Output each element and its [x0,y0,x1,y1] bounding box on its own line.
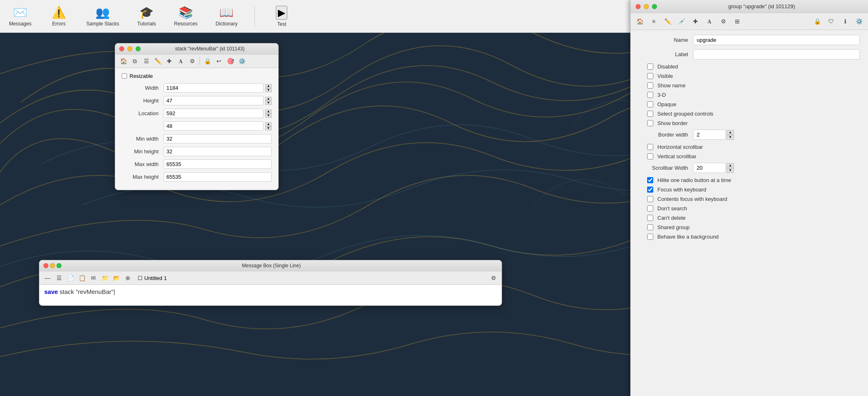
width-input[interactable] [164,83,264,93]
border-width-down[interactable]: ▼ [727,135,734,140]
show-name-checkbox[interactable] [647,82,653,89]
props-tool-plus[interactable]: ✚ [690,16,701,27]
msg-tool-file[interactable]: 📁 [100,273,110,283]
height-stepper-up[interactable]: ▲ [265,97,272,101]
stack-window-maximize[interactable] [136,46,141,51]
resources-icon: 📚 [179,6,193,19]
message-command-word: save [44,288,58,295]
hilite-radio-checkbox[interactable] [647,177,653,183]
message-box-maximize[interactable] [57,263,61,268]
toolbar-messages-label: Messages [9,21,32,27]
stack-tool-settings[interactable]: ⚙ [187,56,197,66]
stack-tool-lock[interactable]: 🔒 [202,56,212,66]
props-tool-home[interactable]: 🏠 [634,16,645,27]
toolbar-sample-stacks[interactable]: 👥 Sample Stacks [82,3,124,29]
stack-tool-gear[interactable]: ⚙️ [237,56,247,66]
msg-tool-settings[interactable]: ⚙ [489,273,498,283]
stack-tool-plus[interactable]: ✚ [164,56,174,66]
stack-tool-home[interactable]: 🏠 [118,56,128,66]
focus-keyboard-label: Focus with keyboard [657,187,706,193]
height-input[interactable] [164,96,264,105]
toolbar-tutorials[interactable]: 🎓 Tutorials [132,3,161,29]
width-stepper-down[interactable]: ▼ [265,88,272,92]
props-tool-eyedrop[interactable]: 💉 [676,16,687,27]
scrollbar-width-up[interactable]: ▲ [727,163,734,168]
opaque-checkbox[interactable] [647,101,653,107]
shared-group-checkbox[interactable] [647,224,653,230]
resizable-checkbox-label[interactable]: Resizable [122,73,153,79]
select-grouped-label: Select grouped controls [657,111,713,117]
props-tool-lock[interactable]: 🔒 [811,16,823,27]
behave-background-checkbox[interactable] [647,234,653,240]
stack-tool-target[interactable]: 🎯 [225,56,235,66]
name-field-input[interactable] [693,35,860,45]
props-tool-gear[interactable]: ⚙️ [853,16,865,27]
focus-keyboard-checkbox[interactable] [647,187,653,193]
message-box-close[interactable] [43,263,48,268]
location-x-stepper-up[interactable]: ▲ [265,109,272,114]
max-width-label: Max width [122,161,159,167]
stack-tool-text[interactable]: 𝐀 [176,56,186,66]
disabled-checkbox[interactable] [647,64,653,70]
toolbar-messages[interactable]: ✉️ Messages [4,3,36,29]
location-x-stepper-down[interactable]: ▼ [265,114,272,118]
msg-tool-mail[interactable]: ✉ [89,273,98,283]
vert-scroll-checkbox[interactable] [647,153,653,159]
props-close[interactable] [636,4,641,9]
msg-tool-file2[interactable]: 📂 [111,273,121,283]
toolbar-resources[interactable]: 📚 Resources [169,3,202,29]
props-tool-grid[interactable]: ⊞ [732,16,743,27]
msg-tool-list[interactable]: ☰ [54,273,64,283]
props-tool-text[interactable]: ≡ [648,16,659,27]
scrollbar-width-down[interactable]: ▼ [727,168,734,173]
select-grouped-checkbox[interactable] [647,111,653,117]
msg-tool-copy[interactable]: ⊕ [123,273,133,283]
location-y-input[interactable] [164,121,264,131]
props-tool-settings[interactable]: ⚙ [718,16,729,27]
visible-checkbox[interactable] [647,73,653,79]
msg-tool-minus[interactable]: — [43,273,52,283]
min-height-input[interactable] [164,147,272,156]
scrollbar-width-input[interactable] [693,163,726,173]
msg-tool-doc2[interactable]: 📋 [77,273,87,283]
message-input-area[interactable]: save stack "revMenuBar"| [39,285,502,305]
msg-tool-doc[interactable]: 📄 [66,273,75,283]
stack-tool-undo[interactable]: ↩ [214,56,224,66]
location-y-stepper-up[interactable]: ▲ [265,122,272,126]
border-width-input[interactable] [693,130,726,140]
contents-focus-checkbox[interactable] [647,196,653,202]
stack-window-close[interactable] [119,46,124,51]
width-stepper-up[interactable]: ▲ [265,84,272,88]
stack-tool-copy[interactable]: ⧉ [130,56,140,66]
dont-search-checkbox[interactable] [647,205,653,212]
location-x-input[interactable] [164,109,264,118]
stack-tool-layers[interactable]: ☰ [141,56,151,66]
toolbar-dictionary[interactable]: 📖 Dictionary [211,3,242,29]
props-tool-font[interactable]: 𝐀 [704,16,715,27]
stack-tool-edit[interactable]: ✏️ [153,56,163,66]
props-tool-info[interactable]: ℹ [839,16,851,27]
props-minimize[interactable] [644,4,649,9]
resizable-checkbox[interactable] [122,73,127,79]
props-maximize[interactable] [652,4,657,9]
vert-scroll-label: Vertical scrollbar [657,153,696,159]
3d-checkbox[interactable] [647,92,653,98]
stack-window-minimize[interactable] [127,46,132,51]
props-tool-shield[interactable]: 🛡 [825,16,837,27]
horiz-scroll-checkbox[interactable] [647,144,653,150]
label-field-input[interactable] [693,49,860,59]
location-y-stepper-down[interactable]: ▼ [265,126,272,130]
toolbar-errors[interactable]: ⚠️ Errors [45,3,73,29]
min-width-input[interactable] [164,134,272,143]
messages-icon: ✉️ [13,6,27,19]
cant-delete-checkbox[interactable] [647,215,653,221]
toolbar-test[interactable]: ▶ Test [267,3,296,30]
border-width-up[interactable]: ▲ [727,130,734,135]
stack-window-title: stack "revMenuBar" (id 101143) [145,46,274,52]
height-stepper-down[interactable]: ▼ [265,101,272,105]
props-tool-pen[interactable]: ✏️ [662,16,673,27]
max-width-input[interactable] [164,159,272,169]
message-box-minimize[interactable] [50,263,55,268]
show-border-checkbox[interactable] [647,120,653,126]
max-height-input[interactable] [164,172,272,182]
